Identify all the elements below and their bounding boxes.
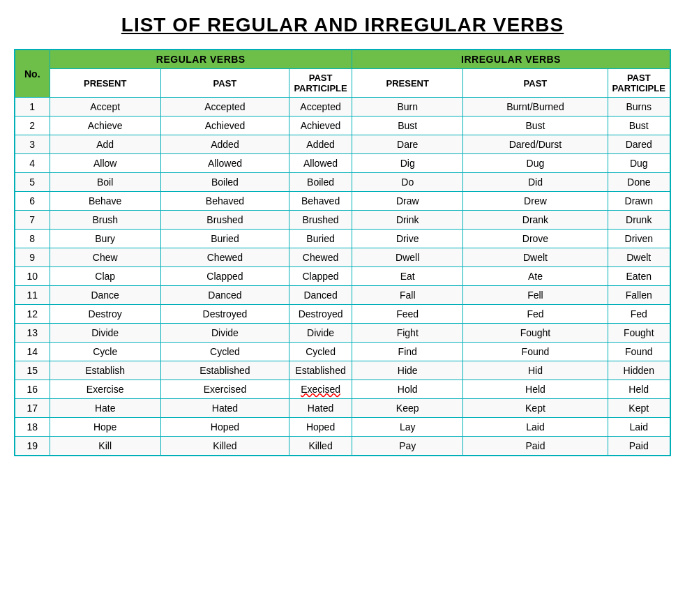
regular-present: Bury [50, 230, 160, 248]
irregular-present-header: Present [352, 69, 463, 98]
row-number: 15 [15, 361, 50, 380]
table-row: 1 Accept Accepted Accepted Burn Burnt/Bu… [15, 98, 670, 117]
row-number: 16 [15, 380, 50, 399]
row-number: 8 [15, 230, 50, 248]
row-number: 6 [15, 192, 50, 211]
regular-present: Brush [50, 211, 160, 230]
irregular-past: Kept [463, 399, 608, 418]
irregular-present: Dig [352, 154, 463, 173]
regular-past: Cycled [160, 343, 289, 361]
table-row: 10 Clap Clapped Clapped Eat Ate Eaten [15, 267, 670, 286]
regular-pp: Hoped [289, 418, 352, 437]
regular-pp: Buried [289, 230, 352, 248]
regular-pp: Execised [289, 380, 352, 399]
table-row: 17 Hate Hated Hated Keep Kept Kept [15, 399, 670, 418]
regular-present: Clap [50, 267, 160, 286]
regular-pp: Brushed [289, 211, 352, 230]
irregular-pp: Eaten [608, 267, 670, 286]
row-number: 19 [15, 437, 50, 456]
table-row: 7 Brush Brushed Brushed Drink Drank Drun… [15, 211, 670, 230]
table-row: 13 Divide Divide Divide Fight Fought Fou… [15, 324, 670, 343]
irregular-pp: Driven [608, 230, 670, 248]
regular-present: Kill [50, 437, 160, 456]
regular-present: Achieve [50, 117, 160, 135]
irregular-past: Drank [463, 211, 608, 230]
row-number: 17 [15, 399, 50, 418]
irregular-present: Bust [352, 117, 463, 135]
irregular-past: Dug [463, 154, 608, 173]
regular-present: Hope [50, 418, 160, 437]
irregular-past: Ate [463, 267, 608, 286]
irregular-present: Find [352, 343, 463, 361]
regular-present: Accept [50, 98, 160, 117]
irregular-present: Pay [352, 437, 463, 456]
irregular-past: Drew [463, 192, 608, 211]
irregular-past: Found [463, 343, 608, 361]
regular-past: Buried [160, 230, 289, 248]
regular-present: Hate [50, 399, 160, 418]
irregular-pp: Dwelt [608, 248, 670, 267]
table-row: 11 Dance Danced Danced Fall Fell Fallen [15, 286, 670, 305]
regular-present-header: Present [50, 69, 160, 98]
row-number: 13 [15, 324, 50, 343]
row-number: 10 [15, 267, 50, 286]
regular-present: Chew [50, 248, 160, 267]
table-row: 15 Establish Established Established Hid… [15, 361, 670, 380]
row-number: 18 [15, 418, 50, 437]
irregular-past: Dared/Durst [463, 135, 608, 154]
irregular-pp: Laid [608, 418, 670, 437]
regular-pp: Achieved [289, 117, 352, 135]
regular-pp: Destroyed [289, 305, 352, 324]
regular-past: Destroyed [160, 305, 289, 324]
irregular-pp: Drawn [608, 192, 670, 211]
irregular-pp: Drunk [608, 211, 670, 230]
regular-pp: Killed [289, 437, 352, 456]
irregular-present: Keep [352, 399, 463, 418]
irregular-pp: Dug [608, 154, 670, 173]
regular-past: Chewed [160, 248, 289, 267]
regular-pp: Hated [289, 399, 352, 418]
irregular-present: Feed [352, 305, 463, 324]
page-title: List of Regular and Irregular Verbs [14, 14, 671, 36]
regular-past-header: Past [160, 69, 289, 98]
row-number: 5 [15, 173, 50, 192]
regular-past: Hated [160, 399, 289, 418]
verbs-table: No. Regular Verbs Irregular Verbs Presen… [14, 49, 671, 456]
regular-past: Killed [160, 437, 289, 456]
irregular-pp: Fallen [608, 286, 670, 305]
irregular-pp: Fought [608, 324, 670, 343]
regular-past: Behaved [160, 192, 289, 211]
regular-present: Cycle [50, 343, 160, 361]
irregular-pp: Bust [608, 117, 670, 135]
regular-past: Allowed [160, 154, 289, 173]
irregular-present: Drive [352, 230, 463, 248]
regular-pp-header: PASTPARTICIPLE [289, 69, 352, 98]
regular-pp: Added [289, 135, 352, 154]
irregular-past: Burnt/Burned [463, 98, 608, 117]
regular-verbs-header: Regular Verbs [50, 50, 352, 69]
irregular-present: Burn [352, 98, 463, 117]
table-row: 4 Allow Allowed Allowed Dig Dug Dug [15, 154, 670, 173]
irregular-present: Lay [352, 418, 463, 437]
table-row: 14 Cycle Cycled Cycled Find Found Found [15, 343, 670, 361]
irregular-present: Drink [352, 211, 463, 230]
irregular-pp: Done [608, 173, 670, 192]
regular-past: Divide [160, 324, 289, 343]
regular-pp: Accepted [289, 98, 352, 117]
irregular-present: Dare [352, 135, 463, 154]
irregular-past: Paid [463, 437, 608, 456]
irregular-present: Eat [352, 267, 463, 286]
regular-past: Achieved [160, 117, 289, 135]
table-row: 16 Exercise Exercised Execised Hold Held… [15, 380, 670, 399]
irregular-past: Dwelt [463, 248, 608, 267]
regular-present: Dance [50, 286, 160, 305]
regular-past: Added [160, 135, 289, 154]
regular-pp: Cycled [289, 343, 352, 361]
row-number: 9 [15, 248, 50, 267]
table-row: 6 Behave Behaved Behaved Draw Drew Drawn [15, 192, 670, 211]
table-row: 9 Chew Chewed Chewed Dwell Dwelt Dwelt [15, 248, 670, 267]
irregular-pp-header: PASTPARTICIPLE [608, 69, 670, 98]
irregular-pp: Held [608, 380, 670, 399]
regular-present: Exercise [50, 380, 160, 399]
regular-present: Allow [50, 154, 160, 173]
